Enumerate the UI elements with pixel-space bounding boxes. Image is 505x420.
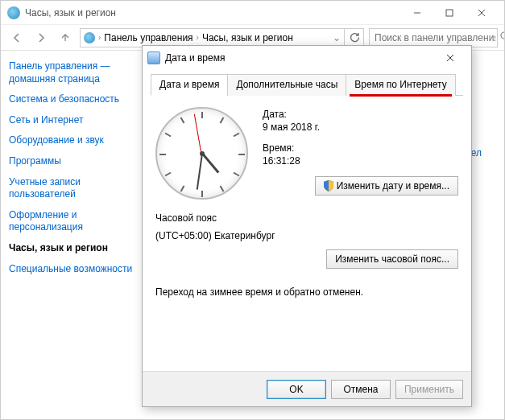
search-icon bbox=[500, 31, 505, 44]
dialog-titlebar: Дата и время bbox=[143, 46, 471, 70]
control-panel-icon bbox=[7, 6, 20, 19]
chevron-right-icon: › bbox=[197, 33, 199, 42]
up-button[interactable] bbox=[56, 28, 75, 47]
change-timezone-button[interactable]: Изменить часовой пояс... bbox=[326, 249, 458, 269]
sidebar-home-line2: домашняя страница bbox=[9, 73, 100, 84]
search-input[interactable] bbox=[373, 31, 497, 44]
cancel-button[interactable]: Отмена bbox=[331, 380, 391, 399]
button-label: Применить bbox=[404, 384, 454, 395]
window-controls bbox=[401, 2, 498, 24]
breadcrumb-item[interactable]: Панель управления bbox=[104, 32, 192, 43]
sidebar-item[interactable]: Специальные возможности bbox=[9, 263, 134, 276]
svg-point-4 bbox=[501, 32, 505, 39]
tab-label: Время по Интернету bbox=[354, 79, 446, 90]
search-field[interactable] bbox=[369, 28, 498, 47]
date-time-info: Дата: 9 мая 2018 г. Время: 16:31:28 Изме… bbox=[263, 107, 458, 196]
minimize-button[interactable] bbox=[401, 2, 433, 24]
breadcrumb[interactable]: › Панель управления › Часы, язык и регио… bbox=[80, 28, 345, 47]
sidebar-item[interactable]: Система и безопасность bbox=[9, 93, 134, 106]
main-titlebar: Часы, язык и регион bbox=[1, 1, 504, 25]
window-title: Часы, язык и регион bbox=[25, 7, 116, 19]
close-button[interactable] bbox=[466, 2, 498, 24]
tab-additional-clocks[interactable]: Дополнительные часы bbox=[227, 74, 346, 96]
sidebar-home[interactable]: Панель управления — домашняя страница bbox=[9, 60, 134, 85]
timezone-section: Часовой пояс (UTC+05:00) Екатеринбург Из… bbox=[155, 212, 458, 269]
sidebar-item[interactable]: Учетные записи пользователей bbox=[9, 176, 134, 201]
date-value: 9 мая 2018 г. bbox=[263, 121, 458, 133]
timezone-value: (UTC+05:00) Екатеринбург bbox=[155, 230, 458, 241]
tab-internet-time[interactable]: Время по Интернету bbox=[346, 74, 455, 96]
button-label: Изменить часовой пояс... bbox=[335, 253, 449, 265]
shield-icon bbox=[324, 180, 333, 191]
analog-clock bbox=[155, 107, 248, 200]
apply-button[interactable]: Применить bbox=[395, 380, 463, 399]
ok-button[interactable]: OK bbox=[267, 380, 326, 399]
date-time-dialog: Дата и время Дата и время Дополнительные… bbox=[142, 45, 472, 407]
date-label: Дата: bbox=[263, 109, 458, 120]
dst-message: Переход на зимнее время и обратно отмене… bbox=[155, 286, 458, 298]
dialog-close-button[interactable] bbox=[434, 47, 466, 69]
control-panel-icon bbox=[84, 32, 95, 43]
button-label: Отмена bbox=[343, 384, 378, 395]
forward-button[interactable] bbox=[31, 28, 51, 47]
dialog-footer: OK Отмена Применить bbox=[143, 371, 471, 406]
sidebar-item[interactable]: Сеть и Интернет bbox=[9, 114, 134, 127]
tab-label: Дата и время bbox=[159, 79, 219, 90]
tab-content: Дата: 9 мая 2018 г. Время: 16:31:28 Изме… bbox=[151, 96, 463, 363]
sidebar-home-line1: Панель управления — bbox=[9, 60, 110, 72]
dialog-title: Дата и время bbox=[165, 52, 225, 64]
breadcrumb-item[interactable]: Часы, язык и регион bbox=[202, 32, 293, 43]
sidebar-item[interactable]: Оборудование и звук bbox=[9, 134, 134, 147]
minute-hand bbox=[196, 154, 202, 190]
refresh-button[interactable] bbox=[345, 28, 364, 47]
button-label: Изменить дату и время... bbox=[337, 180, 449, 191]
chevron-right-icon: › bbox=[98, 33, 101, 42]
sidebar-item[interactable]: Программы bbox=[9, 155, 134, 168]
sidebar: Панель управления — домашняя страница Си… bbox=[1, 51, 142, 419]
tab-strip: Дата и время Дополнительные часы Время п… bbox=[151, 73, 463, 96]
change-date-time-button[interactable]: Изменить дату и время... bbox=[315, 176, 458, 196]
chevron-down-icon[interactable]: ⌄ bbox=[333, 32, 341, 43]
tab-date-time[interactable]: Дата и время bbox=[151, 74, 228, 96]
time-label: Время: bbox=[263, 142, 458, 154]
sidebar-item[interactable]: Оформление и персонализация bbox=[9, 209, 134, 234]
time-value: 16:31:28 bbox=[263, 155, 458, 167]
date-time-icon bbox=[147, 51, 160, 64]
back-button[interactable] bbox=[7, 28, 27, 47]
maximize-button[interactable] bbox=[433, 2, 466, 24]
tab-label: Дополнительные часы bbox=[236, 79, 337, 90]
second-hand bbox=[193, 113, 201, 153]
timezone-label: Часовой пояс bbox=[155, 212, 458, 224]
clock-and-info-row: Дата: 9 мая 2018 г. Время: 16:31:28 Изме… bbox=[155, 107, 458, 200]
sidebar-item-active[interactable]: Часы, язык и регион bbox=[9, 242, 134, 255]
dialog-body: Дата и время Дополнительные часы Время п… bbox=[143, 70, 471, 371]
button-label: OK bbox=[289, 384, 303, 395]
svg-rect-1 bbox=[446, 10, 453, 16]
